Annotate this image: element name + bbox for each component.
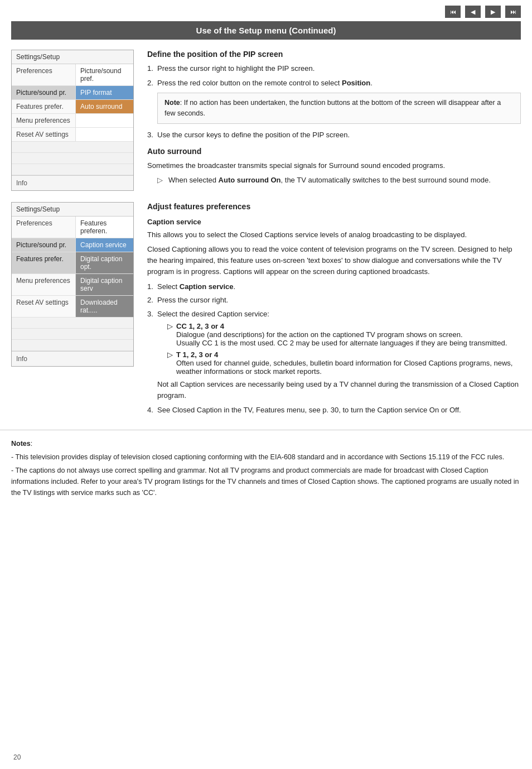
note-box: Note: If no action has been undertaken, … (157, 93, 521, 124)
list-text: See Closed Caption in the TV, Features m… (157, 405, 461, 416)
settings-row: Preferences Features preferen. (12, 217, 133, 238)
skip-back-icon[interactable]: ⏮ (445, 6, 461, 18)
arrow-icon: ▷ (167, 350, 176, 376)
note2: - The captions do not always use correct… (11, 465, 521, 498)
t-heading: T 1, 2, 3 or 4 (176, 350, 218, 359)
settings-box-1: Settings/Setup Preferences Picture/sound… (11, 50, 134, 191)
settings-info: Info (12, 175, 133, 190)
settings-right-value (76, 114, 133, 127)
settings-empty-row (12, 153, 133, 164)
list-item-s3: 3. Select the desired Caption service: (147, 309, 521, 320)
note1: - This television provides display of te… (11, 451, 521, 463)
bullet-text: When selected Auto surround On, the TV a… (168, 175, 491, 186)
settings-left-label: Picture/sound pr. (12, 86, 76, 99)
settings-left-label: Preferences (12, 64, 76, 85)
section3-heading: Adjust features preferences (147, 202, 521, 211)
list-text: Select the desired Caption service: (157, 309, 269, 320)
list-item: 2. Press the red color button on the rem… (147, 78, 521, 89)
settings-right-value: Digital caption opt. (76, 252, 133, 273)
section1-layout: Settings/Setup Preferences Picture/sound… (0, 50, 532, 191)
settings-left-label: Menu preferences (12, 274, 76, 295)
arrow-icon: ▷ (167, 322, 176, 347)
settings-left-label: Reset AV settings (12, 128, 76, 141)
settings-empty-row (12, 142, 133, 153)
settings-right-value: Caption service (76, 238, 133, 252)
settings-box-2: Settings/Setup Preferences Features pref… (11, 202, 134, 367)
settings-row: Features prefer. Digital caption opt. (12, 252, 133, 274)
settings-empty-row (12, 329, 133, 340)
settings-right-value: Digital caption serv (76, 274, 133, 295)
section2-heading: Auto surround (147, 147, 521, 156)
settings-row: Menu preferences Digital caption serv (12, 274, 133, 296)
settings-title-1: Settings/Setup (12, 50, 133, 64)
page-title: Use of the Setup menu (Continued) (11, 21, 521, 40)
right-content-section3: Adjust features preferences Caption serv… (147, 202, 521, 419)
right-content-section1: Define the position of the PIP screen 1.… (147, 50, 521, 191)
caption-note: Not all Caption services are necessarily… (157, 379, 521, 401)
list-item-text: Press the red color button on the remote… (157, 78, 373, 89)
settings-left-label: Reset AV settings (12, 296, 76, 317)
t-bullet: ▷ T 1, 2, 3 or 4 Often used for channel … (167, 350, 521, 376)
back-icon[interactable]: ◀ (465, 6, 481, 18)
settings-left-label: Features prefer. (12, 100, 76, 113)
list-item-s1: 1. Select Caption service. (147, 281, 521, 292)
settings-left-label: Picture/sound pr. (12, 238, 76, 252)
settings-right-value (76, 128, 133, 141)
settings-row: Reset AV settings Downloaded rat..... (12, 296, 133, 318)
settings-right-value: PIP format (76, 86, 133, 99)
settings-empty-row (12, 318, 133, 329)
settings-panel-1: Settings/Setup Preferences Picture/sound… (11, 50, 134, 191)
settings-right-value: Downloaded rat..... (76, 296, 133, 317)
list-item-text: Press the cursor right to highlight the … (157, 63, 315, 74)
section3-para2: Closed Captioning allows you to read the… (147, 244, 521, 277)
settings-empty-row (12, 164, 133, 175)
cc-bullet: ▷ CC 1, 2, 3 or 4 Dialogue (and descript… (167, 322, 521, 347)
list-item-3: 3. Use the cursor keys to define the pos… (147, 129, 521, 141)
section1-heading: Define the position of the PIP screen (147, 50, 521, 59)
cc-heading: CC 1, 2, 3 or 4 (176, 322, 224, 330)
forward-icon[interactable]: ▶ (485, 6, 501, 18)
bullet-arrow-icon: ▷ (157, 175, 166, 186)
bullet-item-auto-surround: ▷ When selected Auto surround On, the TV… (157, 175, 521, 186)
list-item-s2: 2. Press the cursor right. (147, 295, 521, 306)
list-text: Press the cursor right. (157, 295, 228, 306)
list-item-s4: 4. See Closed Caption in the TV, Feature… (147, 405, 521, 416)
page-number: 20 (13, 753, 21, 761)
settings-left-label: Features prefer. (12, 252, 76, 273)
note-label: Note (165, 99, 180, 107)
top-navigation: ⏮ ◀ ▶ ⏭ (0, 0, 532, 21)
cc-text1: Dialogue (and descriptions) for the acti… (176, 330, 463, 339)
settings-row: Features prefer. Auto surround (12, 100, 133, 114)
section2-para1: Sometimes the broadcaster transmits spec… (147, 160, 521, 171)
section2-layout: Settings/Setup Preferences Features pref… (0, 202, 532, 419)
settings-row: Picture/sound pr. PIP format (12, 86, 133, 100)
notes-title: Notes: (11, 438, 521, 449)
settings-row: Preferences Picture/sound pref. (12, 64, 133, 86)
note-text: : If no action has been undertaken, the … (165, 99, 501, 117)
notes-section: Notes: - This television provides displa… (0, 430, 532, 507)
list-item-3-text: Use the cursor keys to define the positi… (157, 129, 350, 141)
settings-left-label: Preferences (12, 217, 76, 238)
settings-row: Menu preferences (12, 114, 133, 128)
settings-title-2: Settings/Setup (12, 203, 133, 217)
cc-text2: Usually CC 1 is the most used. CC 2 may … (176, 339, 507, 347)
list-text: Select Caption service. (157, 281, 235, 292)
section3-subheading: Caption service (147, 218, 521, 226)
settings-right-value: Features preferen. (76, 217, 133, 238)
settings-row: Picture/sound pr. Caption service (12, 238, 133, 252)
settings-left-label: Menu preferences (12, 114, 76, 127)
t-text1: Often used for channel guide, schedules,… (176, 359, 512, 376)
settings-panel-2: Settings/Setup Preferences Features pref… (11, 202, 134, 419)
settings-right-value: Picture/sound pref. (76, 64, 133, 85)
settings-empty-row (12, 340, 133, 351)
settings-right-value: Auto surround (76, 100, 133, 113)
settings-row: Reset AV settings (12, 128, 133, 142)
skip-forward-icon[interactable]: ⏭ (505, 6, 521, 18)
list-item: 1. Press the cursor right to highlight t… (147, 63, 521, 74)
section3-para1: This allows you to select the Closed Cap… (147, 229, 521, 241)
settings-info-2: Info (12, 351, 133, 366)
